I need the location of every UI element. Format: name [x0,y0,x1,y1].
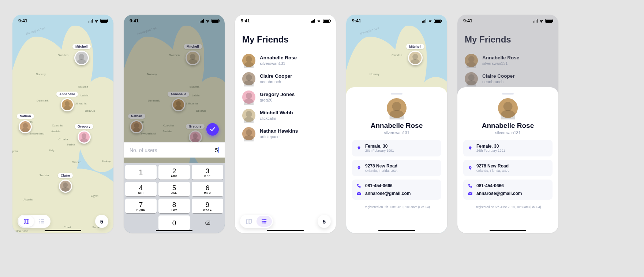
sheet-handle[interactable] [391,93,402,95]
detail-street: 9278 New Road [365,163,397,169]
toggle-list[interactable] [34,216,49,227]
map-pin-annabelle[interactable]: Annabelle [56,92,78,111]
detail-username: silverswan131 [384,130,409,135]
mail-icon [356,191,362,196]
page-title: My Friends [242,34,329,45]
key-blank [125,215,157,230]
detail-username: silverswan131 [495,130,521,135]
friend-detail-sheet[interactable]: Annabelle Rose silverswan131 Female, 302… [457,87,558,233]
toggle-list[interactable] [257,216,272,227]
detail-city: Orlando, Florida, USA [365,169,397,173]
status-bar: 9:41 [12,15,113,27]
battery-icon [211,19,219,23]
key-0[interactable]: 0 [158,215,190,230]
key-5[interactable]: 5JKL [158,182,190,196]
list-item[interactable]: Mitchell Webbclickcalm [242,106,329,125]
list-icon [38,218,45,225]
battery-icon [545,19,553,23]
home-indicator[interactable] [490,230,526,231]
key-4[interactable]: 4GHI [125,182,157,196]
screen-friends-list: My Friends Annabelle Rosesilverswan131 C… [235,15,336,233]
sheet-handle[interactable] [502,93,514,95]
pin-label: Claire [58,173,73,178]
signal-icon [533,19,538,23]
key-1[interactable]: 1 [125,165,157,180]
home-indicator[interactable] [45,230,81,231]
check-icon [209,126,216,133]
info-card-contact: 081-454-0666 annarose@gmail.com [463,180,553,200]
signal-icon [200,19,204,23]
map-pin-mitchell[interactable]: Mitchell [406,44,424,65]
country-label: Estonia [78,85,88,88]
detail-registered: Registered on 5th June 2019, 10:59am (GM… [364,205,430,209]
screen-map: Sweden Norway Estonia Latvia Lithuania B… [12,15,113,233]
key-8[interactable]: 8TUV [158,199,190,213]
avatar [61,98,74,111]
info-card-personal: Female, 3026th February 1991 [352,140,441,156]
map-pin-nathan[interactable]: Nathan [17,114,34,133]
friend-name: Annabelle Rose [260,55,297,61]
info-card-contact: 081-454-0666 annarose@gmail.com [352,180,441,200]
key-6[interactable]: 6MNO [192,182,223,196]
wifi-icon [539,19,544,23]
map-pin-mitchell[interactable]: Mitchell [72,44,91,65]
key-delete[interactable] [192,215,223,230]
home-indicator[interactable] [267,230,304,231]
friend-name: Nathan Hawkins [260,128,298,134]
friend-detail-sheet[interactable]: Annabelle Rose silverswan131 Female, 302… [346,87,447,233]
mail-icon [468,191,473,196]
battery-icon [100,19,108,23]
toggle-map[interactable] [19,216,34,227]
screen-input: Sweden Norway Estonia Latvia Lithuania B… [124,15,225,233]
key-3[interactable]: 3DEF [192,165,223,180]
map[interactable]: Sweden Norway Estonia Latvia Lithuania B… [12,15,113,233]
wifi-icon [205,19,210,23]
avatar [19,120,32,133]
list-item[interactable]: Annabelle Rosesilverswan131 [242,51,329,70]
status-time: 9:41 [463,18,472,23]
key-7[interactable]: 7PQRS [125,199,157,213]
status-bar: 9:41 [346,15,447,27]
country-label: Italy [49,149,55,152]
map-pin-claire[interactable]: Claire [58,173,73,193]
friend-username: greg26 [260,98,295,103]
country-label: Latvia [80,94,88,97]
detail-phone[interactable]: 081-454-0666 [365,183,393,188]
friends-count-button[interactable]: 5 [318,215,331,228]
info-card-personal: Female, 3026th February 1991 [463,140,553,156]
avatar [242,127,255,140]
avatar [498,98,518,118]
avatar [242,54,255,67]
toggle-map[interactable] [241,216,257,227]
key-2[interactable]: 2ABC [158,165,190,180]
home-indicator[interactable] [156,230,192,231]
signal-icon [311,19,315,23]
pin-label: Gregory [75,124,93,129]
country-label: Tunisia [40,174,49,177]
list-item[interactable]: Gregory Jonesgreg26 [242,88,329,106]
detail-email[interactable]: annarose@gmail.com [365,191,411,196]
view-toggle [240,215,273,228]
detail-name: Annabelle Rose [482,122,534,130]
list-item[interactable]: Claire Cooperneonbrunch [242,70,329,88]
friend-username: neonbrunch [260,80,292,85]
home-indicator[interactable] [378,230,415,231]
country-label: Algeria [23,198,33,201]
list-icon [261,218,267,225]
detail-name: Annabelle Rose [371,122,423,130]
map-icon [23,218,30,225]
key-9[interactable]: 9WXYZ [192,199,223,213]
map-pin-gregory[interactable]: Gregory [75,124,93,144]
country-label: Austria [51,130,60,133]
numeric-keypad: 1 2ABC 3DEF 4GHI 5JKL 6MNO 7PQRS 8TUV 9W… [124,163,225,233]
friends-count-button[interactable]: 5 [95,215,108,228]
confirm-button[interactable] [206,123,219,136]
pin-label: Annabelle [56,92,78,97]
friend-name: Gregory Jones [260,92,295,98]
input-value[interactable]: 5 [215,147,219,153]
wifi-icon [428,19,433,23]
battery-icon [323,19,330,23]
screen-map-detail: Sweden Norway Norwegian Sea Denmark Mitc… [346,15,447,233]
phone-icon [468,183,473,188]
list-item[interactable]: Nathan Hawkinsartistepace [242,125,329,143]
